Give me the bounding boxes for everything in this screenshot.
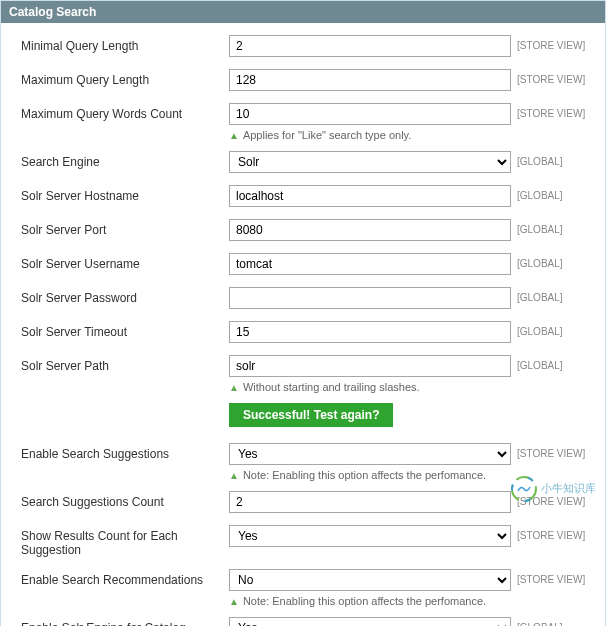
row-suggest-count: Search Suggestions Count [STORE VIEW]	[21, 491, 605, 513]
row-min-query-length: Minimal Query Length [STORE VIEW]	[21, 35, 605, 57]
label-search-engine: Search Engine	[21, 151, 229, 169]
select-suggest-show-count[interactable]: Yes	[229, 525, 511, 547]
select-suggest-enable[interactable]: Yes	[229, 443, 511, 465]
row-solr-user: Solr Server Username [GLOBAL]	[21, 253, 605, 275]
select-search-engine[interactable]: Solr	[229, 151, 511, 173]
label-max-query-length: Maximum Query Length	[21, 69, 229, 87]
input-max-query-length[interactable]	[229, 69, 511, 91]
scope-store-view: [STORE VIEW]	[511, 103, 591, 119]
triangle-icon: ▲	[229, 470, 239, 481]
panel-title: Catalog Search	[1, 1, 605, 23]
row-solr-pass: Solr Server Password [GLOBAL]	[21, 287, 605, 309]
note-no-slashes: ▲Without starting and trailing slashes.	[229, 381, 511, 393]
scope-global: [GLOBAL]	[511, 185, 591, 201]
note-perf-2: ▲Note: Enabling this option affects the …	[229, 595, 511, 607]
select-solr-nav[interactable]: Yes	[229, 617, 511, 626]
input-solr-path[interactable]	[229, 355, 511, 377]
label-solr-port: Solr Server Port	[21, 219, 229, 237]
scope-store-view: [STORE VIEW]	[511, 443, 591, 459]
label-solr-nav: Enable Solr Engine for Catalog Navigatio…	[21, 617, 229, 626]
row-search-engine: Search Engine Solr [GLOBAL]	[21, 151, 605, 173]
input-solr-port[interactable]	[229, 219, 511, 241]
row-max-query-length: Maximum Query Length [STORE VIEW]	[21, 69, 605, 91]
input-solr-pass[interactable]	[229, 287, 511, 309]
triangle-icon: ▲	[229, 596, 239, 607]
test-connection-button[interactable]: Successful! Test again?	[229, 403, 393, 427]
row-max-query-words: Maximum Query Words Count ▲Applies for "…	[21, 103, 605, 141]
note-like-only: ▲Applies for "Like" search type only.	[229, 129, 511, 141]
row-recommend-enable: Enable Search Recommendations No ▲Note: …	[21, 569, 605, 607]
label-suggest-show-count: Show Results Count for Each Suggestion	[21, 525, 229, 557]
scope-store-view: [STORE VIEW]	[511, 569, 591, 585]
scope-store-view: [STORE VIEW]	[511, 69, 591, 85]
scope-global: [GLOBAL]	[511, 253, 591, 269]
row-solr-path: Solr Server Path ▲Without starting and t…	[21, 355, 605, 393]
row-test-button: Successful! Test again?	[21, 397, 605, 431]
label-solr-timeout: Solr Server Timeout	[21, 321, 229, 339]
label-suggest-enable: Enable Search Suggestions	[21, 443, 229, 461]
scope-global: [GLOBAL]	[511, 355, 591, 371]
label-suggest-count: Search Suggestions Count	[21, 491, 229, 509]
row-suggest-enable: Enable Search Suggestions Yes ▲Note: Ena…	[21, 443, 605, 481]
label-solr-user: Solr Server Username	[21, 253, 229, 271]
scope-global: [GLOBAL]	[511, 151, 591, 167]
scope-store-view: [STORE VIEW]	[511, 491, 591, 507]
scope-global: [GLOBAL]	[511, 321, 591, 337]
row-solr-host: Solr Server Hostname [GLOBAL]	[21, 185, 605, 207]
label-min-query-length: Minimal Query Length	[21, 35, 229, 53]
input-max-query-words[interactable]	[229, 103, 511, 125]
label-solr-host: Solr Server Hostname	[21, 185, 229, 203]
triangle-icon: ▲	[229, 130, 239, 141]
row-suggest-show-count: Show Results Count for Each Suggestion Y…	[21, 525, 605, 557]
scope-store-view: [STORE VIEW]	[511, 35, 591, 51]
panel-body: Minimal Query Length [STORE VIEW] Maximu…	[1, 23, 605, 626]
input-solr-timeout[interactable]	[229, 321, 511, 343]
row-solr-port: Solr Server Port [GLOBAL]	[21, 219, 605, 241]
label-solr-path: Solr Server Path	[21, 355, 229, 373]
label-recommend-enable: Enable Search Recommendations	[21, 569, 229, 587]
input-solr-host[interactable]	[229, 185, 511, 207]
scope-store-view: [STORE VIEW]	[511, 525, 591, 541]
select-recommend-enable[interactable]: No	[229, 569, 511, 591]
scope-global: [GLOBAL]	[511, 219, 591, 235]
label-solr-pass: Solr Server Password	[21, 287, 229, 305]
row-solr-timeout: Solr Server Timeout [GLOBAL]	[21, 321, 605, 343]
input-suggest-count[interactable]	[229, 491, 511, 513]
triangle-icon: ▲	[229, 382, 239, 393]
scope-global: [GLOBAL]	[511, 287, 591, 303]
input-min-query-length[interactable]	[229, 35, 511, 57]
catalog-search-panel: Catalog Search Minimal Query Length [STO…	[0, 0, 606, 626]
row-solr-nav: Enable Solr Engine for Catalog Navigatio…	[21, 617, 605, 626]
note-perf-1: ▲Note: Enabling this option affects the …	[229, 469, 511, 481]
scope-global: [GLOBAL]	[511, 617, 591, 626]
input-solr-user[interactable]	[229, 253, 511, 275]
label-max-query-words: Maximum Query Words Count	[21, 103, 229, 121]
